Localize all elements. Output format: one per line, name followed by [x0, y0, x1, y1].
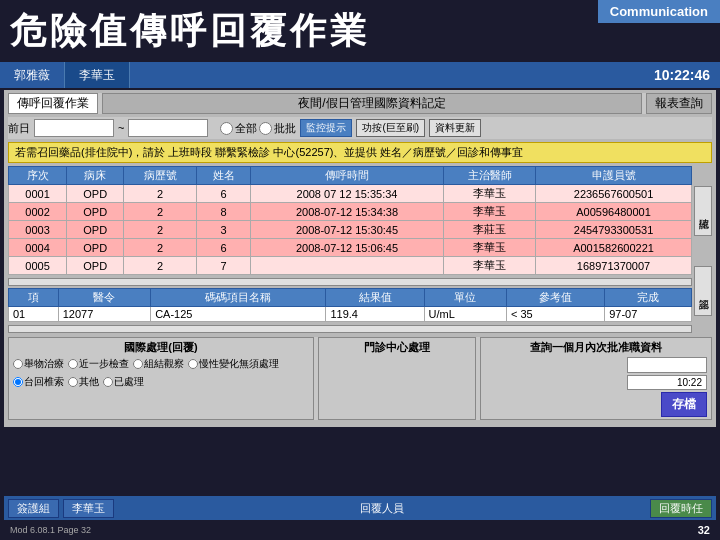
toolbar: 前日 07/13/2008 ~ 07/15/2008 全部 批批 監控提示 功按… — [8, 117, 712, 139]
table-row[interactable]: 0005OPD27李華玉168971370007 — [9, 257, 692, 275]
side-btn-sign[interactable]: 簽認 — [694, 266, 712, 316]
col-seq: 序次 — [9, 167, 67, 185]
header: 危險值傳呼回覆作業 Communication — [0, 0, 720, 62]
footer-btn2[interactable]: 李華玉 — [63, 499, 114, 518]
radio-done-label: 已處理 — [114, 375, 144, 389]
col-nurse: 申護員號 — [536, 167, 692, 185]
bottom-panel1-title: 國際處理(回覆) — [13, 340, 309, 355]
bottom-date-input[interactable]: 07/15/2008 — [627, 357, 707, 373]
page-title: 危險值傳呼回覆作業 — [10, 7, 370, 56]
table1-scrollbar[interactable] — [8, 278, 692, 286]
footer-btn3[interactable]: 回覆時任 — [650, 499, 712, 518]
col-name: 姓名 — [197, 167, 251, 185]
radio-chronic[interactable]: 慢性變化無須處理 — [188, 357, 279, 371]
version-label: Mod 6.08.1 Page 32 — [10, 525, 91, 535]
col-ref: 參考值 — [507, 289, 605, 307]
warning-bar: 若需召回藥品(排住院中)，請於 上班時段 聯繫緊檢診 中心(52257)、並提供… — [8, 142, 712, 163]
end-date-input[interactable]: 07/15/2008 — [128, 119, 208, 137]
page-bottom: Mod 6.08.1 Page 32 32 — [0, 520, 720, 540]
col-unit: 單位 — [424, 289, 506, 307]
table-row[interactable]: 0001OPD262008 07 12 15:35:34李華玉223656760… — [9, 185, 692, 203]
col-doctor: 主治醫師 — [444, 167, 536, 185]
page-number: 32 — [698, 524, 710, 536]
col-result: 結果值 — [326, 289, 424, 307]
radio-observe-label: 組結觀察 — [144, 357, 184, 371]
radio-return[interactable]: 台回椎索 — [13, 375, 64, 389]
communication-badge: Communication — [598, 0, 720, 23]
col-bed: 病床 — [67, 167, 124, 185]
radio-other[interactable]: 其他 — [68, 375, 99, 389]
col-order: 醫令 — [58, 289, 151, 307]
refresh-btn[interactable]: 功按(巨至刷) — [356, 119, 425, 137]
radio-exam[interactable]: 近一步檢查 — [68, 357, 129, 371]
radio-group: 全部 批批 — [220, 121, 296, 136]
radio-exam-label: 近一步檢查 — [79, 357, 129, 371]
radio-approve-label: 批批 — [274, 121, 296, 136]
time-display: 10:22:46 — [654, 67, 720, 83]
radio-all[interactable] — [220, 122, 233, 135]
radio-chemo-label: 舉物治療 — [24, 357, 64, 371]
bottom-panel3-title: 查詢一個月內次批准職資料 — [485, 340, 707, 355]
table2-scrollbar[interactable] — [8, 325, 692, 333]
radio-return-label: 台回椎索 — [24, 375, 64, 389]
radio-chemo[interactable]: 舉物治療 — [13, 357, 64, 371]
radio-done[interactable]: 已處理 — [103, 375, 144, 389]
footer-btn1[interactable]: 簽護組 — [8, 499, 59, 518]
col-record: 病歷號 — [124, 167, 197, 185]
col-done: 完成 — [605, 289, 692, 307]
result-table: 項 醫令 碼碼項目名稱 結果值 單位 參考值 完成 0112077CA-1251… — [8, 288, 692, 322]
radio-approve[interactable] — [259, 122, 272, 135]
col-item: 項 — [9, 289, 59, 307]
bottom-time-display: 10:22 — [627, 375, 707, 390]
nav-tabs: 郭雅薇 李華玉 10:22:46 — [0, 62, 720, 88]
toolbar-label-start: 前日 — [8, 121, 30, 136]
table-row[interactable]: 0003OPD232008-07-12 15:30:45李莊玉245479330… — [9, 221, 692, 239]
section-title-bar: 傳呼回覆作業 夜間/假日管理國際資料記定 報表查詢 — [8, 93, 712, 114]
radio-other-label: 其他 — [79, 375, 99, 389]
start-date-input[interactable]: 07/13/2008 — [34, 119, 114, 137]
side-btn-confirm[interactable]: 確認 — [694, 186, 712, 236]
radio-observe[interactable]: 組結觀察 — [133, 357, 184, 371]
right-section-title1: 夜間/假日管理國際資料記定 — [102, 93, 642, 114]
footer-label: 回覆人員 — [360, 501, 404, 516]
bottom-panel2-title: 門診中心處理 — [323, 340, 471, 355]
radio-chronic-label: 慢性變化無須處理 — [199, 357, 279, 371]
footer: 簽護組 李華玉 回覆人員 回覆時任 — [4, 496, 716, 520]
main-data-table: 序次 病床 病歷號 姓名 傳呼時間 主治醫師 申護員號 0001OPD26200… — [8, 166, 692, 275]
monitor-btn[interactable]: 監控提示 — [300, 119, 352, 137]
toolbar-label-tilde: ~ — [118, 122, 124, 134]
col-call-time: 傳呼時間 — [250, 167, 443, 185]
main-section-title: 傳呼回覆作業 — [8, 93, 98, 114]
save-button[interactable]: 存檔 — [661, 392, 707, 417]
tab-user1[interactable]: 郭雅薇 — [0, 62, 65, 88]
table-row[interactable]: 0002OPD282008-07-12 15:34:38李華玉A00596480… — [9, 203, 692, 221]
radio-options: 舉物治療 近一步檢查 組結觀察 慢性變化無須處理 台回椎索 — [13, 357, 309, 389]
table-row[interactable]: 0004OPD262008-07-12 15:06:45李華玉A00158260… — [9, 239, 692, 257]
right-section-title2: 報表查詢 — [646, 93, 712, 114]
result-table-row[interactable]: 0112077CA-125119.4U/mL< 3597-07 — [9, 307, 692, 322]
data-btn[interactable]: 資料更新 — [429, 119, 481, 137]
tab-user2[interactable]: 李華玉 — [65, 62, 130, 88]
col-item-name: 碼碼項目名稱 — [151, 289, 326, 307]
radio-all-label: 全部 — [235, 121, 257, 136]
